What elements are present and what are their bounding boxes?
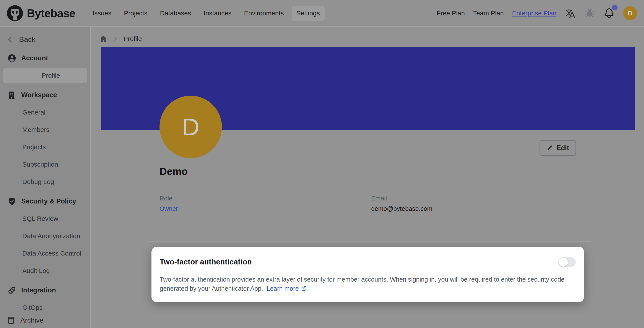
nav-settings[interactable]: Settings (292, 6, 324, 21)
sidebar-item-projects[interactable]: Projects (0, 138, 90, 156)
sidebar-item-data-access-control[interactable]: Data Access Control (0, 245, 90, 262)
sidebar-group-integration: Integration (0, 281, 90, 299)
sidebar-group-workspace: Workspace (0, 86, 90, 104)
description-line-1: Two-factor authentication provides an ex… (160, 275, 564, 284)
sidebar-item-audit-log[interactable]: Audit Log (0, 262, 90, 279)
role-value-link[interactable]: Owner (160, 205, 178, 212)
chevron-left-icon (6, 35, 14, 43)
two-factor-description: Two-factor authentication provides an ex… (160, 275, 564, 293)
profile-avatar: D (160, 96, 222, 158)
settings-sidebar: Back Account Profile Workspace General M… (0, 27, 90, 328)
notification-dot (612, 5, 618, 11)
bug-icon[interactable] (584, 8, 595, 19)
two-factor-toggle[interactable] (558, 257, 576, 267)
user-icon (7, 54, 16, 63)
sidebar-item-debug-log[interactable]: Debug Log (0, 173, 90, 190)
sidebar-item-gitops[interactable]: GitOps (0, 299, 90, 312)
logo-text: Bytebase (27, 7, 75, 20)
bytebase-logo-icon (7, 5, 23, 21)
sidebar-group-account: Account (0, 50, 90, 67)
two-factor-card: Two-factor authentication Two-factor aut… (152, 247, 584, 302)
sidebar-item-archive[interactable]: Archive (0, 312, 90, 328)
sidebar-item-profile[interactable]: Profile (3, 68, 87, 83)
sidebar-item-members[interactable]: Members (0, 121, 90, 138)
nav-issues[interactable]: Issues (88, 6, 116, 21)
role-label: Role (160, 195, 172, 202)
main-content: Profile D Edit Demo Role Owner Email dem… (91, 27, 644, 328)
sidebar-item-sql-review[interactable]: SQL Review (0, 210, 90, 227)
description-line-2: generated by your Authenticator App. Lea… (160, 284, 564, 293)
chevron-right-icon (113, 36, 118, 42)
back-button[interactable]: Back (0, 31, 90, 47)
sidebar-item-subscription[interactable]: Subscription (0, 156, 90, 173)
pencil-icon (546, 145, 553, 151)
edit-profile-button[interactable]: Edit (540, 140, 576, 156)
nav-instances[interactable]: Instances (199, 6, 236, 21)
free-plan-button[interactable]: Free Plan (437, 10, 465, 17)
main-nav: Issues Projects Databases Instances Envi… (88, 6, 324, 21)
two-factor-title: Two-factor authentication (160, 257, 252, 266)
back-label: Back (19, 35, 36, 44)
sidebar-item-general[interactable]: General (0, 104, 90, 121)
nav-environments[interactable]: Environments (239, 6, 288, 21)
sidebar-item-data-anonymization[interactable]: Data Anonymization (0, 227, 90, 245)
nav-projects[interactable]: Projects (119, 6, 152, 21)
breadcrumb: Profile (99, 34, 142, 44)
section-divider (147, 241, 590, 242)
home-icon[interactable] (99, 35, 108, 43)
bytebase-logo[interactable]: Bytebase (7, 5, 75, 21)
breadcrumb-current: Profile (124, 35, 142, 43)
bell-icon[interactable] (603, 7, 615, 19)
translate-icon[interactable] (565, 8, 576, 19)
profile-name: Demo (160, 165, 188, 177)
enterprise-plan-link[interactable]: Enterprise Plan (512, 10, 556, 17)
learn-more-link[interactable]: Learn more (266, 284, 306, 293)
nav-databases[interactable]: Databases (155, 6, 196, 21)
sidebar-group-security: Security & Policy (0, 193, 90, 210)
edit-button-label: Edit (556, 144, 569, 152)
email-label: Email (371, 195, 387, 202)
navbar-right: Free Plan Team Plan Enterprise Plan D (437, 6, 637, 20)
email-value: demo@bytebase.com (371, 205, 432, 212)
top-navbar: Bytebase Issues Projects Databases Insta… (0, 0, 644, 27)
shield-icon (7, 197, 16, 206)
building-icon (7, 91, 16, 100)
toggle-knob (559, 257, 568, 267)
link-icon (7, 286, 16, 295)
sidebar-scroll-area: Back Account Profile Workspace General M… (0, 27, 90, 312)
team-plan-button[interactable]: Team Plan (473, 10, 504, 17)
external-link-icon (301, 286, 306, 291)
archive-icon (6, 316, 16, 325)
user-avatar-button[interactable]: D (623, 6, 637, 20)
